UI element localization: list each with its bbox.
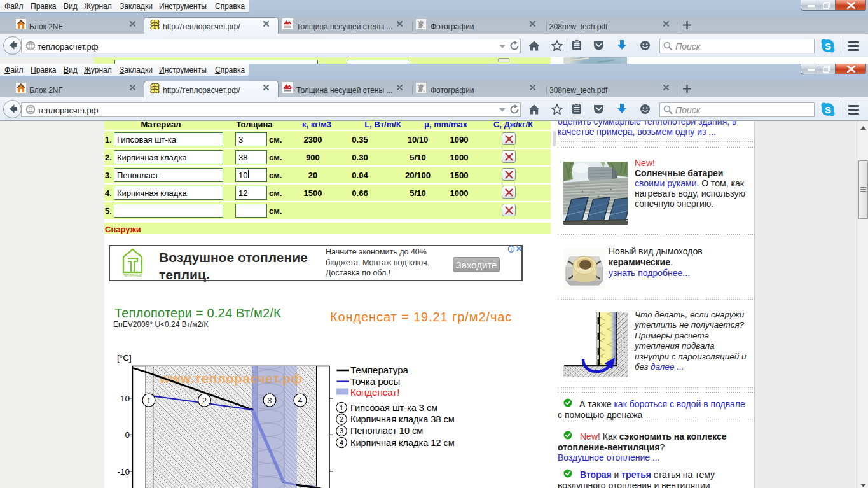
svg-text:-10: -10 <box>117 467 130 477</box>
svg-text:2: 2 <box>340 415 343 423</box>
svg-text:4: 4 <box>298 396 303 405</box>
svg-text:Кирпичная кладка 38 см: Кирпичная кладка 38 см <box>350 414 455 424</box>
svg-text:ТЕПЛИЧНЫЕ: ТЕПЛИЧНЫЕ <box>123 274 142 277</box>
svg-text:1: 1 <box>147 396 151 405</box>
svg-text:[°C]: [°C] <box>117 353 132 363</box>
svg-text:0: 0 <box>125 430 130 440</box>
svg-text:Температура: Температура <box>350 365 409 375</box>
svg-text:2: 2 <box>202 396 207 405</box>
svg-text:Пенопласт 10 см: Пенопласт 10 см <box>350 426 423 436</box>
svg-text:Точка росы: Точка росы <box>350 376 400 387</box>
svg-text:4: 4 <box>340 439 344 447</box>
svg-text:Кирпичная кладка 12 см: Кирпичная кладка 12 см <box>350 438 455 448</box>
svg-text:S: S <box>825 104 831 115</box>
svg-text:Гипсовая шт-ка 3 см: Гипсовая шт-ка 3 см <box>350 403 437 413</box>
svg-text:S: S <box>825 41 831 52</box>
svg-text:1: 1 <box>340 404 343 412</box>
svg-text:3: 3 <box>340 427 343 435</box>
svg-text:10: 10 <box>120 394 130 403</box>
svg-text:3: 3 <box>268 396 272 405</box>
svg-text:Конденсат!: Конденсат! <box>350 387 399 398</box>
svg-text:i: i <box>511 246 513 252</box>
